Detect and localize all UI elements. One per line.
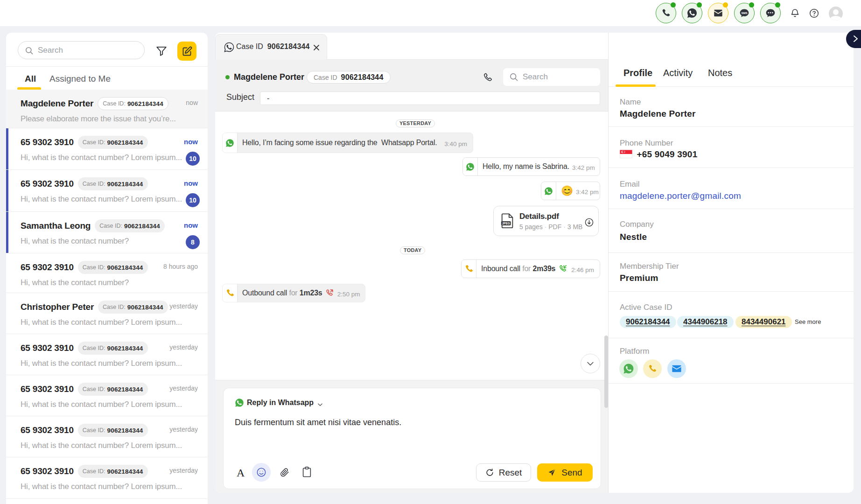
svg-text:SMS: SMS (741, 11, 747, 14)
svg-text:JPEG: JPEG (502, 222, 510, 225)
